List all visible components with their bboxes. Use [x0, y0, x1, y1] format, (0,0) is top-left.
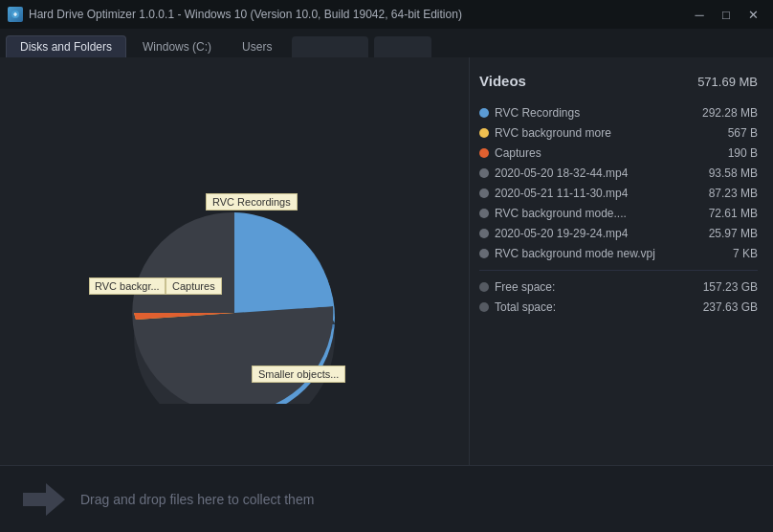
panel-total-size: 571.69 MB — [697, 75, 758, 89]
title-bar: Hard Drive Optimizer 1.0.0.1 - Windows 1… — [0, 0, 773, 29]
legend-size: 190 B — [728, 146, 758, 160]
legend-size: 567 B — [728, 126, 758, 140]
total-space-item: Total space: 237.63 GB — [479, 300, 758, 314]
legend-size: 292.28 MB — [702, 106, 758, 120]
legend-size: 72.61 MB — [709, 207, 758, 220]
total-space-value: 237.63 GB — [703, 300, 758, 314]
window-controls: ─ □ ✕ — [687, 5, 765, 24]
list-item[interactable]: RVC background mode.... 72.61 MB — [479, 207, 758, 220]
maximize-button[interactable]: □ — [714, 5, 739, 24]
legend-name: 2020-05-20 18-32-44.mp4 — [495, 166, 703, 180]
tab-placeholder-1 — [292, 36, 368, 57]
free-space-item: Free space: 157.23 GB — [479, 280, 758, 294]
tab-windows-c[interactable]: Windows (C:) — [128, 35, 226, 57]
pie-chart[interactable] — [81, 117, 387, 404]
divider — [479, 270, 758, 271]
legend-dot — [479, 229, 489, 238]
title-bar-left: Hard Drive Optimizer 1.0.0.1 - Windows 1… — [8, 7, 462, 22]
legend-size: 25.97 MB — [709, 227, 758, 240]
close-button[interactable]: ✕ — [740, 5, 765, 24]
tab-placeholder-2 — [374, 36, 431, 57]
legend-name: RVC background mode new.vpj — [495, 247, 727, 260]
list-item[interactable]: RVC background mode new.vpj 7 KB — [479, 247, 758, 260]
legend-list: RVC Recordings 292.28 MB RVC background … — [479, 106, 758, 260]
total-space-label: Total space: — [495, 300, 697, 314]
legend-name: RVC background mode.... — [495, 207, 703, 220]
total-space-dot — [479, 302, 489, 312]
list-item[interactable]: 2020-05-20 19-29-24.mp4 25.97 MB — [479, 227, 758, 240]
legend-dot — [479, 108, 489, 118]
list-item[interactable]: 2020-05-20 18-32-44.mp4 93.58 MB — [479, 166, 758, 180]
legend-dot — [479, 168, 489, 178]
panel-header: Videos 571.69 MB — [479, 73, 758, 93]
drop-zone[interactable]: Drag and drop files here to collect them — [0, 465, 773, 532]
tab-disks-and-folders[interactable]: Disks and Folders — [6, 35, 126, 57]
list-item[interactable]: Captures 190 B — [479, 146, 758, 160]
main-content: RVC Recordings RVC backgr... Captures Sm… — [0, 57, 773, 465]
legend-dot — [479, 188, 489, 198]
legend-dot — [479, 249, 489, 258]
list-item[interactable]: RVC Recordings 292.28 MB — [479, 106, 758, 120]
legend-size: 93.58 MB — [709, 166, 758, 180]
legend-name: RVC Recordings — [495, 106, 696, 120]
panel-title: Videos — [479, 73, 526, 89]
list-item[interactable]: 2020-05-21 11-11-30.mp4 87.23 MB — [479, 187, 758, 200]
legend-name: 2020-05-21 11-11-30.mp4 — [495, 187, 703, 200]
nav-bar: Disks and Folders Windows (C:) Users — [0, 29, 773, 57]
legend-size: 87.23 MB — [709, 187, 758, 200]
legend-name: Captures — [495, 146, 722, 160]
chart-area: RVC Recordings RVC backgr... Captures Sm… — [0, 57, 469, 465]
legend-name: 2020-05-20 19-29-24.mp4 — [495, 227, 703, 240]
app-icon — [8, 7, 23, 22]
free-space-label: Free space: — [495, 280, 697, 294]
minimize-button[interactable]: ─ — [687, 5, 712, 24]
legend-name: RVC background more — [495, 126, 722, 140]
legend-size: 7 KB — [733, 247, 758, 260]
free-space-dot — [479, 282, 489, 292]
free-space-value: 157.23 GB — [703, 280, 758, 294]
legend-dot — [479, 209, 489, 218]
legend-dot — [479, 148, 489, 158]
drop-arrow-icon — [23, 483, 65, 516]
svg-marker-3 — [23, 483, 65, 516]
list-item[interactable]: RVC background more 567 B — [479, 126, 758, 140]
legend-dot — [479, 128, 489, 138]
app-title: Hard Drive Optimizer 1.0.0.1 - Windows 1… — [29, 8, 462, 21]
right-panel: Videos 571.69 MB RVC Recordings 292.28 M… — [469, 57, 773, 465]
tab-users[interactable]: Users — [228, 35, 286, 57]
pie-container: RVC Recordings RVC backgr... Captures Sm… — [81, 117, 387, 407]
drop-zone-text: Drag and drop files here to collect them — [80, 492, 314, 507]
